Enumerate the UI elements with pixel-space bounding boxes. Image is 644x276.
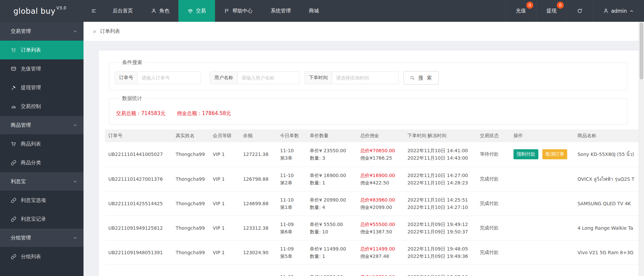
order-time-input[interactable]: [332, 72, 398, 84]
table-row: UB2211091948051391 Thongcha99 VIP 1 1230…: [105, 240, 644, 265]
nav-item-help-center[interactable]: 帮助中心: [215, 0, 262, 22]
nav-item-trade[interactable]: 交易: [178, 0, 215, 22]
page-title: 订单列表: [100, 28, 120, 35]
col-balance: 余额: [240, 129, 277, 142]
order-card: 条件搜索 订单号 用户名称 下单时间: [99, 51, 644, 276]
cell-price-qty: 单价¥ 11499.00数量: 1: [306, 240, 357, 265]
person-icon: [603, 8, 609, 14]
cell-times: 2022年11月09日 19:37:18: [404, 265, 477, 276]
user-menu[interactable]: admin: [593, 0, 644, 22]
username: admin: [611, 8, 627, 14]
sidebar-item-product-category[interactable]: 商品分类: [0, 153, 84, 172]
stats-panel: 数据统计 交易总额：714583元 佣金总额：17864.58元: [109, 95, 627, 124]
withdraw-button[interactable]: 提现 0: [536, 0, 567, 22]
nav-item-dashboard[interactable]: 后台首页: [104, 0, 142, 22]
search-panel-legend: 条件搜索: [119, 59, 146, 66]
sidebar-item-order-list[interactable]: 订单列表: [0, 41, 84, 59]
status-badge: 完成付款: [477, 216, 510, 240]
cancel-order-button[interactable]: 取消订单: [542, 149, 567, 159]
cell-times: 2022年11月10日 14:41:002022年11月10日 14:43:00: [404, 142, 477, 167]
cell-vip: VIP 1: [209, 142, 239, 167]
cell-vip: VIP 1: [209, 216, 239, 240]
cell-order-no: UB2211101427001376: [105, 167, 172, 191]
cell-actions: [510, 265, 574, 276]
orders-table: 订单号 真实姓名 会员等级 余额 今日单数 单价数量 总价佣金 下单时间 解冻时…: [105, 129, 644, 276]
nav-item-roles[interactable]: 角色: [142, 0, 178, 22]
col-today-orders: 今日单数: [277, 129, 306, 142]
cell-vip: VIP 1: [209, 240, 239, 265]
app-logo: global buy V3.0: [0, 0, 84, 22]
sidebar-item-interest-records[interactable]: 利息宝记录: [0, 210, 84, 228]
sidebar-toggle-button[interactable]: [84, 0, 104, 22]
recharge-badge: 0: [526, 2, 533, 9]
col-actions: 操作: [510, 129, 574, 142]
cell-total-commission: 总价¥55500.00佣金¥1387.50: [357, 216, 404, 240]
order-no-input[interactable]: [138, 72, 201, 84]
cell-order-no: [105, 265, 172, 276]
force-pay-button[interactable]: 强制付款: [514, 149, 538, 159]
nav-item-mall[interactable]: 商城: [300, 0, 328, 22]
refresh-icon: [577, 8, 583, 14]
cell-actions: [510, 216, 574, 240]
main-area: » 订单列表 条件搜索 订单号 用户名称 下单时间: [84, 22, 644, 276]
total-trade-amount: 交易总额：714583元: [116, 110, 165, 117]
stats-line: 交易总额：714583元 佣金总额：17864.58元: [115, 105, 622, 119]
content: 条件搜索 订单号 用户名称 下单时间: [84, 41, 644, 276]
cell-actions: [510, 167, 574, 191]
cell-order-no: UB2211091948051391: [105, 240, 172, 265]
search-button[interactable]: 搜 索: [404, 71, 439, 85]
cell-times: 2022年11月10日 14:27:002022年11月10日 14:28:23: [404, 167, 477, 191]
link-icon: [11, 198, 16, 203]
chevron-down-icon: [73, 235, 77, 240]
cell-today: 11-10第2单: [277, 167, 306, 191]
cell-total-commission: 总价¥11499.00佣金¥287.48: [357, 240, 404, 265]
cell-real-name: Thongcha99: [172, 240, 209, 265]
sidebar-section-interest[interactable]: 利息宝: [0, 172, 84, 191]
cell-today: 11-09第6单: [277, 216, 306, 240]
sidebar-item-recharge-mgmt[interactable]: 充值管理: [0, 59, 84, 78]
nav-item-system[interactable]: 系统管理: [262, 0, 300, 22]
sidebar-item-withdraw-mgmt[interactable]: 提现管理: [0, 78, 84, 97]
user-name-input[interactable]: [237, 72, 299, 84]
recharge-button[interactable]: 充值 0: [505, 0, 536, 22]
cell-balance: 124699.88: [240, 191, 277, 216]
col-real-name: 真实姓名: [172, 129, 209, 142]
col-price-qty: 单价数量: [306, 129, 357, 142]
search-icon: [410, 75, 415, 81]
cell-order-no: UB2211101425514425: [105, 191, 172, 216]
link-icon: [11, 254, 16, 260]
breadcrumb: » 订单列表: [84, 22, 644, 41]
cell-order-no: UB2211101441005027: [105, 142, 172, 167]
chevron-down-icon: [73, 179, 77, 184]
sidebar-item-interest-options[interactable]: 利息宝选项: [0, 191, 84, 210]
person-icon: [151, 8, 157, 14]
flag-icon: [224, 8, 230, 14]
vertical-scrollbar[interactable]: [639, 22, 644, 276]
sidebar-section-trade-mgmt[interactable]: 交易管理: [0, 22, 84, 41]
cell-total-commission: 总价¥16900.00佣金¥422.50: [357, 167, 404, 191]
app-name: global buy: [13, 7, 55, 15]
cell-actions: [510, 191, 574, 216]
cell-total-commission: 总价¥12750.00: [357, 265, 404, 276]
double-chevron-icon: »: [93, 28, 97, 35]
cell-real-name: Thongcha99: [172, 142, 209, 167]
sidebar-item-group-list[interactable]: 分组列表: [0, 247, 84, 266]
col-status: 交易状态: [477, 129, 510, 142]
chevron-up-icon: [629, 9, 634, 13]
sidebar-section-group-mgmt[interactable]: 分组管理: [0, 228, 84, 247]
cell-price-qty: 单价¥ 5550.00数量: 10: [306, 216, 357, 240]
cell-price-qty: 单价¥ 20990.00数量: 4: [306, 191, 357, 216]
link-icon: [11, 216, 16, 222]
sidebar-section-product-mgmt[interactable]: 商品管理: [0, 116, 84, 134]
refresh-button[interactable]: [567, 0, 593, 22]
cell-total-commission: 总价¥70650.00佣金¥1766.25: [357, 142, 404, 167]
cell-total-commission: 总价¥83960.00佣金¥2099.00: [357, 191, 404, 216]
gauge-icon: [11, 104, 16, 109]
cell-balance: 123024.90: [240, 240, 277, 265]
sidebar-item-trade-control[interactable]: 交易控制: [0, 97, 84, 116]
cell-actions: [510, 240, 574, 265]
cell-product: [574, 265, 644, 276]
cell-price-qty: 单价¥ 16900.00数量: 1: [306, 167, 357, 191]
sidebar-item-product-list[interactable]: 商品列表: [0, 134, 84, 153]
scrollbar-thumb[interactable]: [640, 22, 643, 79]
